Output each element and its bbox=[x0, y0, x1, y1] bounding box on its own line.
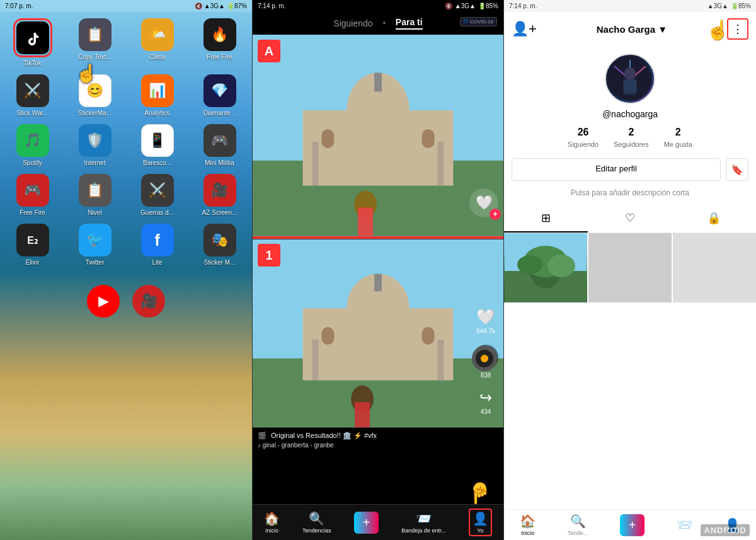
app-analytics-label: Analytics bbox=[144, 110, 169, 117]
share-action[interactable]: ↪ 434 bbox=[479, 389, 492, 415]
bookmark-button[interactable]: 🔖 bbox=[726, 158, 748, 181]
app-spotify[interactable]: 🎵 Spotify bbox=[5, 124, 60, 166]
app-internet[interactable]: 🛡️ Internet bbox=[67, 124, 122, 166]
bookmark-icon: 🔖 bbox=[731, 164, 743, 176]
app-elixir[interactable]: E₂ Elixir bbox=[5, 224, 60, 266]
video-1-badge: A bbox=[258, 40, 280, 62]
tiktok-tabs: Siguiendo • Para ti bbox=[333, 17, 422, 30]
video-caption: 🎬 Original vs Resultado!! 🏛️ ⚡ #vfx ♪ gi… bbox=[253, 428, 503, 452]
app-baresco-label: Baresco... bbox=[143, 159, 171, 166]
stat-followers: 2 Seguidores bbox=[614, 127, 649, 149]
svg-point-29 bbox=[624, 67, 636, 80]
svg-rect-18 bbox=[422, 327, 435, 345]
app-fblite[interactable]: f Lite bbox=[130, 224, 185, 266]
status-icons-2: 🔇 ▲3G▲ 🔋85% bbox=[445, 3, 498, 9]
like-plus-badge: + bbox=[490, 209, 501, 220]
app-analytics[interactable]: 📊 Analytics bbox=[130, 74, 185, 117]
app-twitter[interactable]: 🐦 Twitter bbox=[67, 224, 122, 266]
svg-rect-30 bbox=[624, 79, 636, 93]
grid-icon: ⊞ bbox=[541, 211, 551, 225]
app-stickwar[interactable]: ⚔️ Stick War... bbox=[5, 74, 60, 117]
app-clima[interactable]: 🌤️ Clima bbox=[130, 18, 185, 67]
app-fblite-label: Lite bbox=[152, 259, 162, 266]
like-action[interactable]: 🤍 644.7k bbox=[476, 308, 495, 335]
app-baresco[interactable]: 📱 Baresco... bbox=[130, 124, 185, 166]
app-stickerma[interactable]: 😊 StickerMa... bbox=[67, 74, 122, 117]
profile-avatar-wrap bbox=[504, 54, 756, 104]
tab-liked[interactable]: ♡ bbox=[588, 205, 672, 233]
tab-following[interactable]: Siguiendo bbox=[333, 18, 372, 28]
app-copytext-label: Copy Text... bbox=[78, 54, 112, 60]
nav-add[interactable]: + bbox=[354, 512, 379, 534]
status-bar-panel2: 7:14 p. m. 🔇 ▲3G▲ 🔋85% bbox=[253, 0, 503, 12]
app-tiktok[interactable]: TikTok bbox=[5, 18, 60, 67]
profile-nav-search[interactable]: 🔍 Tende... bbox=[568, 514, 588, 536]
app-spotify-label: Spotify bbox=[23, 159, 42, 166]
tiktok-bottom-nav: 🏠 Inicio 🔍 Tendencias + 📨 Bandeja de ent… bbox=[253, 504, 503, 540]
nav-profile[interactable]: 👤 Yo bbox=[469, 508, 492, 536]
app-freefire1-label: Free Fire bbox=[207, 54, 232, 60]
content-thumb-2[interactable] bbox=[588, 233, 672, 302]
add-friend-button[interactable]: 👤+ bbox=[512, 21, 537, 37]
status-time-2: 7:14 p. m. bbox=[258, 3, 285, 9]
caption-music: ♪ ginal - granberta - granbe bbox=[258, 442, 498, 449]
app-minimilitia-label: Mini Militia bbox=[205, 159, 234, 166]
app-guerras[interactable]: ⚔️ Guerras d... bbox=[130, 174, 185, 216]
nav-home[interactable]: 🏠 Inicio bbox=[264, 511, 280, 534]
svg-rect-16 bbox=[374, 273, 382, 291]
profile-action-buttons: Editar perfil 🔖 bbox=[504, 158, 756, 181]
video-2-bg bbox=[253, 239, 503, 428]
tab-private[interactable]: 🔒 bbox=[672, 205, 756, 233]
profile-bio[interactable]: Pulsa para añadir descripción corta bbox=[504, 188, 756, 197]
content-thumb-3[interactable] bbox=[673, 233, 756, 302]
app-azscreen[interactable]: 🎥 AZ Screen... bbox=[192, 174, 247, 216]
status-bar-panel1: 7:07 p. m. 🔇 ▲3G▲ 🔋87% bbox=[0, 0, 252, 12]
app-internet-label: Internet bbox=[84, 159, 106, 166]
app-nivel[interactable]: 📋 Nivel bbox=[67, 174, 122, 216]
app-diamante-label: Diamante... bbox=[203, 110, 236, 117]
profile-icon: 👤 bbox=[472, 511, 488, 526]
stat-likes: 2 Me gusta bbox=[664, 127, 692, 149]
edit-profile-button[interactable]: Editar perfil bbox=[512, 158, 721, 181]
like-button[interactable]: 🤍 + bbox=[469, 188, 498, 217]
svg-rect-6 bbox=[321, 129, 334, 148]
app-freefire2[interactable]: 🎮 Free Fire bbox=[5, 174, 60, 216]
search-icon: 🔍 bbox=[309, 511, 324, 526]
status-bar-panel3: 7:14 p. m. ▲3G▲ 🔋85% bbox=[504, 0, 756, 12]
profile-avatar bbox=[605, 54, 655, 104]
app-diamante[interactable]: 💎 Diamante... bbox=[192, 74, 247, 117]
app-screen-rec[interactable]: 🎥 bbox=[132, 285, 165, 318]
tab-posts[interactable]: ⊞ bbox=[504, 205, 588, 233]
profile-nav-inbox[interactable]: 📨 bbox=[677, 517, 692, 532]
video-1-like[interactable]: 🤍 + bbox=[469, 188, 498, 217]
nav-search[interactable]: 🔍 Tendencias bbox=[302, 511, 331, 534]
cathedral-svg bbox=[253, 35, 503, 236]
svg-rect-19 bbox=[312, 340, 319, 381]
profile-nav-home[interactable]: 🏠 Inicio bbox=[520, 514, 536, 536]
status-time-1: 7:07 p. m. bbox=[5, 3, 33, 9]
app-nivel-label: Nivel bbox=[88, 209, 101, 216]
profile-nav-add[interactable]: + bbox=[620, 514, 645, 536]
svg-point-35 bbox=[517, 255, 542, 274]
avatar-image bbox=[608, 57, 652, 101]
app-twitter-label: Twitter bbox=[86, 259, 104, 266]
add-icon-3: + bbox=[629, 518, 636, 532]
more-options-button[interactable]: ⋮ bbox=[727, 18, 748, 40]
app-youtube[interactable]: ▶ bbox=[87, 285, 120, 318]
app-stickerm[interactable]: 🎭 Sticker M... bbox=[192, 224, 247, 266]
cursor-hand-2: ☝️ bbox=[467, 481, 492, 505]
app-minimilitia[interactable]: 🎮 Mini Militia bbox=[192, 124, 247, 166]
app-copytext[interactable]: 📋 Copy Text... bbox=[67, 18, 122, 67]
disc-center bbox=[481, 355, 488, 362]
app-clima-label: Clima bbox=[149, 54, 166, 60]
app-grid: TikTok 📋 Copy Text... 🌤️ Clima 🔥 Free Fi… bbox=[0, 12, 252, 272]
nav-inbox[interactable]: 📨 Bandeja de entr... bbox=[401, 511, 446, 534]
android-watermark: ANDROiD bbox=[701, 524, 750, 536]
svg-rect-5 bbox=[374, 73, 382, 92]
tab-for-you[interactable]: Para ti bbox=[396, 17, 423, 30]
content-thumb-1[interactable] bbox=[504, 233, 587, 302]
svg-rect-11 bbox=[358, 207, 373, 236]
status-icons-1: 🔇 ▲3G▲ 🔋87% bbox=[195, 3, 247, 9]
cathedral-svg-2 bbox=[253, 239, 503, 428]
app-freefire1[interactable]: 🔥 Free Fire bbox=[192, 18, 247, 67]
